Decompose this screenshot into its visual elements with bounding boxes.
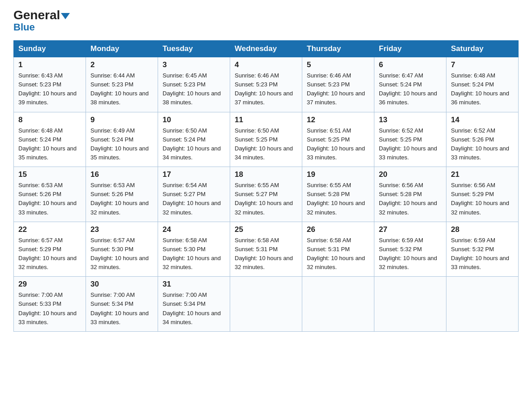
day-info: Sunrise: 6:52 AM Sunset: 5:26 PM Dayligh… bbox=[451, 126, 514, 163]
day-number: 14 bbox=[451, 116, 514, 124]
day-number: 21 bbox=[451, 170, 514, 179]
day-info: Sunrise: 6:57 AM Sunset: 5:30 PM Dayligh… bbox=[90, 236, 153, 272]
calendar-week-row: 1 Sunrise: 6:43 AM Sunset: 5:23 PM Dayli… bbox=[14, 57, 519, 112]
calendar-cell: 16 Sunrise: 6:53 AM Sunset: 5:26 PM Dayl… bbox=[86, 167, 158, 222]
day-number: 28 bbox=[451, 225, 514, 234]
calendar-cell: 22 Sunrise: 6:57 AM Sunset: 5:29 PM Dayl… bbox=[14, 222, 86, 277]
day-info: Sunrise: 6:53 AM Sunset: 5:26 PM Dayligh… bbox=[18, 181, 81, 217]
calendar-cell: 13 Sunrise: 6:52 AM Sunset: 5:25 PM Dayl… bbox=[374, 112, 446, 167]
calendar-cell bbox=[374, 277, 446, 332]
day-number: 7 bbox=[451, 60, 514, 69]
calendar-cell: 8 Sunrise: 6:48 AM Sunset: 5:24 PM Dayli… bbox=[14, 112, 86, 167]
day-number: 8 bbox=[18, 116, 81, 124]
day-number: 4 bbox=[235, 60, 297, 69]
weekday-header-thursday: Thursday bbox=[302, 41, 374, 57]
weekday-header-wednesday: Wednesday bbox=[230, 41, 302, 57]
calendar-cell: 23 Sunrise: 6:57 AM Sunset: 5:30 PM Dayl… bbox=[86, 222, 158, 277]
day-info: Sunrise: 6:44 AM Sunset: 5:23 PM Dayligh… bbox=[90, 71, 153, 107]
calendar-week-row: 29 Sunrise: 7:00 AM Sunset: 5:33 PM Dayl… bbox=[14, 277, 519, 332]
day-info: Sunrise: 6:45 AM Sunset: 5:23 PM Dayligh… bbox=[163, 71, 225, 107]
calendar-cell: 15 Sunrise: 6:53 AM Sunset: 5:26 PM Dayl… bbox=[14, 167, 86, 222]
day-info: Sunrise: 6:56 AM Sunset: 5:28 PM Dayligh… bbox=[379, 181, 442, 217]
day-info: Sunrise: 6:54 AM Sunset: 5:27 PM Dayligh… bbox=[163, 181, 225, 217]
calendar-cell: 17 Sunrise: 6:54 AM Sunset: 5:27 PM Dayl… bbox=[158, 167, 230, 222]
day-info: Sunrise: 6:43 AM Sunset: 5:23 PM Dayligh… bbox=[18, 71, 81, 107]
day-info: Sunrise: 6:58 AM Sunset: 5:30 PM Dayligh… bbox=[163, 236, 225, 272]
calendar-cell: 30 Sunrise: 7:00 AM Sunset: 5:34 PM Dayl… bbox=[86, 277, 158, 332]
day-number: 2 bbox=[90, 60, 153, 69]
day-number: 18 bbox=[235, 170, 297, 179]
day-info: Sunrise: 6:58 AM Sunset: 5:31 PM Dayligh… bbox=[307, 236, 369, 272]
day-info: Sunrise: 6:55 AM Sunset: 5:28 PM Dayligh… bbox=[307, 181, 369, 217]
calendar-cell: 6 Sunrise: 6:47 AM Sunset: 5:24 PM Dayli… bbox=[374, 57, 446, 112]
calendar-cell bbox=[230, 277, 302, 332]
day-number: 19 bbox=[307, 170, 369, 179]
day-number: 10 bbox=[163, 116, 225, 124]
calendar-cell bbox=[302, 277, 374, 332]
calendar-week-row: 22 Sunrise: 6:57 AM Sunset: 5:29 PM Dayl… bbox=[14, 222, 519, 277]
calendar-cell: 19 Sunrise: 6:55 AM Sunset: 5:28 PM Dayl… bbox=[302, 167, 374, 222]
calendar-cell: 18 Sunrise: 6:55 AM Sunset: 5:27 PM Dayl… bbox=[230, 167, 302, 222]
day-info: Sunrise: 6:52 AM Sunset: 5:25 PM Dayligh… bbox=[379, 126, 442, 163]
calendar-cell: 12 Sunrise: 6:51 AM Sunset: 5:25 PM Dayl… bbox=[302, 112, 374, 167]
calendar-cell: 7 Sunrise: 6:48 AM Sunset: 5:24 PM Dayli… bbox=[446, 57, 519, 112]
day-number: 3 bbox=[163, 60, 225, 69]
day-info: Sunrise: 7:00 AM Sunset: 5:34 PM Dayligh… bbox=[90, 291, 153, 327]
day-info: Sunrise: 6:56 AM Sunset: 5:29 PM Dayligh… bbox=[451, 181, 514, 217]
calendar-cell: 1 Sunrise: 6:43 AM Sunset: 5:23 PM Dayli… bbox=[14, 57, 86, 112]
day-info: Sunrise: 6:50 AM Sunset: 5:24 PM Dayligh… bbox=[163, 126, 225, 163]
weekday-header-saturday: Saturday bbox=[446, 41, 519, 57]
day-number: 22 bbox=[18, 225, 81, 234]
day-number: 23 bbox=[90, 225, 153, 234]
day-number: 30 bbox=[90, 280, 153, 289]
day-number: 29 bbox=[18, 280, 81, 289]
day-number: 6 bbox=[379, 60, 442, 69]
day-number: 9 bbox=[90, 116, 153, 124]
day-number: 17 bbox=[163, 170, 225, 179]
calendar-cell: 24 Sunrise: 6:58 AM Sunset: 5:30 PM Dayl… bbox=[158, 222, 230, 277]
page-header: General Blue bbox=[13, 9, 519, 32]
day-number: 24 bbox=[163, 225, 225, 234]
logo-triangle-icon bbox=[61, 13, 70, 19]
calendar-week-row: 8 Sunrise: 6:48 AM Sunset: 5:24 PM Dayli… bbox=[14, 112, 519, 167]
calendar-cell: 5 Sunrise: 6:46 AM Sunset: 5:23 PM Dayli… bbox=[302, 57, 374, 112]
calendar-cell: 11 Sunrise: 6:50 AM Sunset: 5:25 PM Dayl… bbox=[230, 112, 302, 167]
day-number: 5 bbox=[307, 60, 369, 69]
calendar-cell: 2 Sunrise: 6:44 AM Sunset: 5:23 PM Dayli… bbox=[86, 57, 158, 112]
day-info: Sunrise: 7:00 AM Sunset: 5:33 PM Dayligh… bbox=[18, 291, 81, 327]
calendar-cell: 31 Sunrise: 7:00 AM Sunset: 5:34 PM Dayl… bbox=[158, 277, 230, 332]
day-info: Sunrise: 6:59 AM Sunset: 5:32 PM Dayligh… bbox=[379, 236, 442, 272]
calendar-week-row: 15 Sunrise: 6:53 AM Sunset: 5:26 PM Dayl… bbox=[14, 167, 519, 222]
day-number: 16 bbox=[90, 170, 153, 179]
day-info: Sunrise: 6:55 AM Sunset: 5:27 PM Dayligh… bbox=[235, 181, 297, 217]
day-info: Sunrise: 6:51 AM Sunset: 5:25 PM Dayligh… bbox=[307, 126, 369, 163]
weekday-header-sunday: Sunday bbox=[14, 41, 86, 57]
day-number: 27 bbox=[379, 225, 442, 234]
logo-blue: Blue bbox=[13, 22, 35, 32]
day-number: 1 bbox=[18, 60, 81, 69]
day-number: 12 bbox=[307, 116, 369, 124]
day-number: 25 bbox=[235, 225, 297, 234]
calendar-cell: 9 Sunrise: 6:49 AM Sunset: 5:24 PM Dayli… bbox=[86, 112, 158, 167]
calendar-cell bbox=[446, 277, 519, 332]
calendar-table: SundayMondayTuesdayWednesdayThursdayFrid… bbox=[13, 40, 519, 332]
day-info: Sunrise: 6:50 AM Sunset: 5:25 PM Dayligh… bbox=[235, 126, 297, 163]
day-info: Sunrise: 7:00 AM Sunset: 5:34 PM Dayligh… bbox=[163, 291, 225, 327]
day-number: 15 bbox=[18, 170, 81, 179]
day-info: Sunrise: 6:58 AM Sunset: 5:31 PM Dayligh… bbox=[235, 236, 297, 272]
day-info: Sunrise: 6:47 AM Sunset: 5:24 PM Dayligh… bbox=[379, 71, 442, 107]
day-info: Sunrise: 6:48 AM Sunset: 5:24 PM Dayligh… bbox=[18, 126, 81, 163]
weekday-header-tuesday: Tuesday bbox=[158, 41, 230, 57]
calendar-cell: 27 Sunrise: 6:59 AM Sunset: 5:32 PM Dayl… bbox=[374, 222, 446, 277]
day-info: Sunrise: 6:59 AM Sunset: 5:32 PM Dayligh… bbox=[451, 236, 514, 272]
logo: General Blue bbox=[13, 9, 70, 32]
day-number: 26 bbox=[307, 225, 369, 234]
calendar-cell: 21 Sunrise: 6:56 AM Sunset: 5:29 PM Dayl… bbox=[446, 167, 519, 222]
logo-general: General bbox=[13, 8, 60, 22]
weekday-header-friday: Friday bbox=[374, 41, 446, 57]
calendar-cell: 20 Sunrise: 6:56 AM Sunset: 5:28 PM Dayl… bbox=[374, 167, 446, 222]
day-info: Sunrise: 6:53 AM Sunset: 5:26 PM Dayligh… bbox=[90, 181, 153, 217]
day-info: Sunrise: 6:49 AM Sunset: 5:24 PM Dayligh… bbox=[90, 126, 153, 163]
day-number: 20 bbox=[379, 170, 442, 179]
calendar-cell: 28 Sunrise: 6:59 AM Sunset: 5:32 PM Dayl… bbox=[446, 222, 519, 277]
